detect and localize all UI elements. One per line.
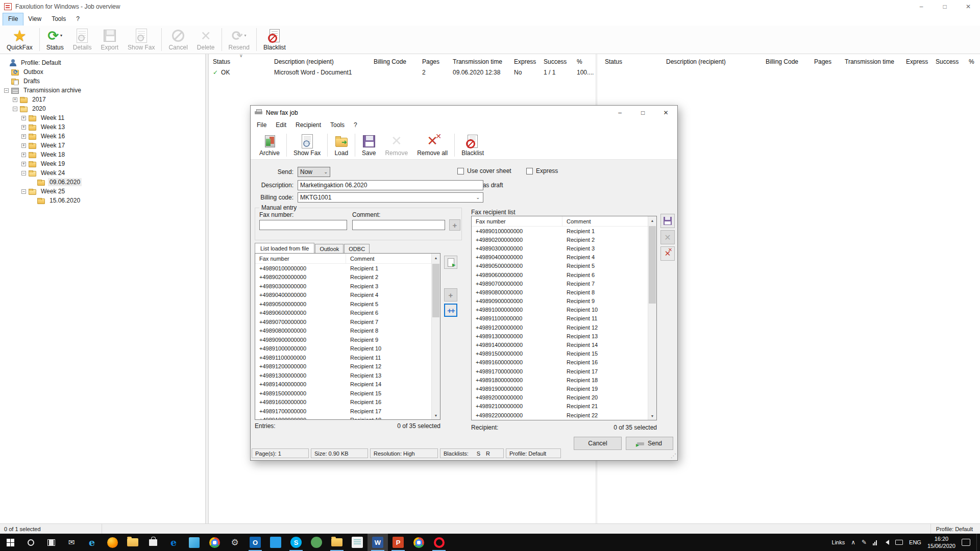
column-header[interactable]: Success <box>932 58 965 65</box>
dialog-menu-item[interactable]: File <box>252 119 271 131</box>
dialog-toolbar-button[interactable]: Blacklist <box>457 131 488 159</box>
tree-item[interactable]: Drafts <box>0 77 205 86</box>
list-item[interactable]: +49890600000000 Recipient 6 <box>255 309 432 318</box>
tree-item[interactable]: + Week 16 <box>0 132 205 141</box>
taskbar-icon[interactable] <box>204 534 225 551</box>
list-item[interactable]: +49890500000000 Recipient 5 <box>255 299 432 309</box>
list-item[interactable]: +49891000000000 Recipient 10 <box>255 344 432 354</box>
list-item[interactable]: +49891500000000 Recipient 15 <box>255 389 432 398</box>
tree-expander[interactable]: + <box>21 153 26 157</box>
taskbar-icon[interactable]: ✉ <box>61 534 82 551</box>
taskbar-icon[interactable] <box>408 534 429 551</box>
tree-item[interactable]: 15.06.2020 <box>0 196 205 205</box>
tab[interactable]: Outlook <box>315 244 344 254</box>
list-item[interactable]: +49891300000000 Recipient 13 <box>472 332 648 340</box>
dialog-toolbar-button[interactable]: ✕ Remove all <box>412 131 452 159</box>
list-item[interactable]: +49891100000000 Recipient 11 <box>472 314 648 323</box>
tree-item[interactable]: + Week 17 <box>0 141 205 150</box>
keyboard-icon[interactable] <box>895 540 903 545</box>
column-header[interactable]: Billing Code <box>370 58 418 65</box>
tree-item[interactable]: + 2017 <box>0 95 205 104</box>
toolbar-button[interactable]: Show Fax <box>123 26 159 54</box>
scroll-down-icon[interactable]: ▼ <box>432 411 440 419</box>
clock[interactable]: 16:20 15/06/2020 <box>927 535 955 550</box>
dialog-menu-item[interactable]: ? <box>349 119 362 131</box>
list-item[interactable]: +49890300000000 Recipient 3 <box>255 282 432 291</box>
fax-number-input[interactable] <box>259 220 347 230</box>
tree-item[interactable]: 09.06.2020 <box>0 178 205 187</box>
list-item[interactable]: +49890900000000 Recipient 9 <box>255 335 432 344</box>
taskbar-icon[interactable] <box>347 534 368 551</box>
send-select[interactable]: Now ⌄ <box>298 167 330 177</box>
tree-item[interactable]: + Week 19 <box>0 159 205 168</box>
column-header[interactable]: Status <box>601 58 662 65</box>
taskbar-icon[interactable] <box>20 534 41 551</box>
list-item[interactable]: +49890600000000 Recipient 6 <box>472 270 648 279</box>
list-item[interactable]: +49891400000000 Recipient 14 <box>472 340 648 349</box>
column-header[interactable]: Billing Code <box>762 58 810 65</box>
list-item[interactable]: +49890200000000 Recipient 2 <box>472 235 648 244</box>
taskbar-icon[interactable] <box>429 534 449 551</box>
dialog-menu-item[interactable]: Recipient <box>291 119 326 131</box>
dialog-menu-item[interactable]: Edit <box>271 119 291 131</box>
minimize-button[interactable]: – <box>910 0 933 13</box>
dialog-toolbar-button[interactable]: Save <box>357 131 380 159</box>
list-item[interactable]: +49890700000000 Recipient 7 <box>472 279 648 288</box>
use-cover-sheet-checkbox[interactable]: Use cover sheet <box>457 167 511 174</box>
taskbar-icon[interactable]: ⚙ <box>225 534 245 551</box>
express-checkbox[interactable]: Express <box>526 167 558 174</box>
column-header[interactable]: Transmission time <box>841 58 902 65</box>
checkbox-box[interactable] <box>457 168 464 174</box>
tab[interactable]: List loaded from file <box>255 243 314 254</box>
tree-item[interactable]: − Week 25 <box>0 187 205 196</box>
list-item[interactable]: +49890500000000 Recipient 5 <box>472 262 648 270</box>
pen-icon[interactable]: ✎ <box>862 539 867 546</box>
toolbar-button[interactable]: Details <box>68 26 96 54</box>
comment-column-header[interactable]: Comment <box>346 254 440 263</box>
taskbar-icon[interactable]: e <box>163 534 184 551</box>
table-row[interactable]: ✓OK Microsoft Word - Document1 2 09.06.2… <box>209 67 980 78</box>
dialog-close-button[interactable]: ✕ <box>654 106 677 119</box>
tree-expander[interactable]: + <box>21 125 26 130</box>
list-item[interactable]: +49891500000000 Recipient 15 <box>472 349 648 358</box>
add-all-button[interactable]: ++ <box>444 304 457 317</box>
list-item[interactable]: +49892200000000 Recipient 22 <box>472 411 648 419</box>
tree-item[interactable]: + Week 11 <box>0 113 205 122</box>
sidebar-splitter[interactable] <box>205 54 209 523</box>
tree-expander[interactable]: + <box>21 116 26 120</box>
list-item[interactable]: +49891000000000 Recipient 10 <box>472 306 648 314</box>
toolbar-button[interactable]: ★ QuickFax <box>2 26 37 54</box>
taskbar-icon[interactable] <box>327 534 347 551</box>
list-item[interactable]: +49891300000000 Recipient 13 <box>255 371 432 380</box>
column-header[interactable]: Pages <box>418 58 449 65</box>
tree-expander[interactable]: − <box>4 88 9 93</box>
comment-input[interactable] <box>352 220 445 230</box>
column-header[interactable]: Description (recipient) <box>662 58 762 65</box>
dialog-maximize-button[interactable]: □ <box>631 106 654 119</box>
column-header[interactable]: Description (recipient) <box>270 58 370 65</box>
scroll-up-icon[interactable]: ▲ <box>648 216 656 224</box>
scroll-up-icon[interactable]: ▲ <box>432 254 440 262</box>
tree-item[interactable]: − 2020 <box>0 104 205 113</box>
remove-all-recipients-button[interactable]: ✕ <box>660 246 675 261</box>
dialog-toolbar-button[interactable]: Archive <box>255 131 284 159</box>
toolbar-button[interactable]: Blacklist <box>259 26 290 54</box>
dropdown-arrow-icon[interactable]: ▾ <box>60 33 62 38</box>
list-item[interactable]: +49892000000000 Recipient 20 <box>472 393 648 402</box>
resize-grip[interactable]: ⋰ <box>671 453 676 459</box>
notification-center-icon[interactable] <box>962 539 970 546</box>
recipient-list-scrollbar[interactable]: ▲ ▼ <box>648 216 656 420</box>
list-item[interactable]: +49891100000000 Recipient 11 <box>255 353 432 362</box>
dialog-toolbar-button[interactable]: Show Fax <box>289 131 325 159</box>
menu-item[interactable]: View <box>23 13 46 26</box>
taskbar-icon[interactable]: P <box>388 534 408 551</box>
taskbar-icon[interactable] <box>122 534 143 551</box>
tree-expander[interactable]: + <box>13 97 17 102</box>
taskbar-icon[interactable] <box>184 534 204 551</box>
fax-number-column-header[interactable]: Fax number <box>472 216 562 226</box>
list-item[interactable]: +49890100000000 Recipient 1 <box>255 264 432 273</box>
list-item[interactable]: +49891400000000 Recipient 14 <box>255 380 432 389</box>
fax-number-column-header[interactable]: Fax number <box>255 254 346 263</box>
toolbar-button[interactable]: Export <box>96 26 123 54</box>
dialog-toolbar-button[interactable]: ✕ Remove <box>380 131 412 159</box>
